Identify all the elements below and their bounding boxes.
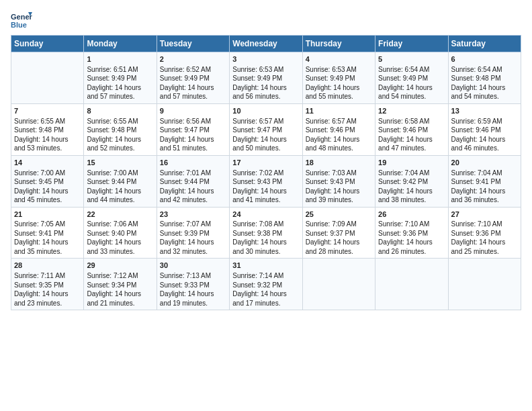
header-cell-monday: Monday — [84, 36, 157, 52]
day-info-line: Sunset: 9:33 PM — [160, 281, 226, 290]
day-info-line: Sunset: 9:48 PM — [451, 74, 518, 83]
day-info-line: Daylight: 14 hours — [87, 187, 153, 196]
day-info-line: and 42 minutes. — [160, 195, 226, 205]
day-info-line: Daylight: 14 hours — [451, 187, 518, 196]
day-number: 8 — [87, 106, 153, 116]
header-cell-tuesday: Tuesday — [157, 36, 229, 52]
day-number: 30 — [160, 261, 226, 271]
calendar-cell: 14Sunrise: 7:00 AMSunset: 9:45 PMDayligh… — [11, 155, 84, 207]
day-info-line: and 54 minutes. — [378, 92, 445, 101]
calendar-cell: 5Sunrise: 6:54 AMSunset: 9:49 PMDaylight… — [375, 52, 448, 104]
day-info-line: and 55 minutes. — [306, 92, 372, 101]
header-cell-friday: Friday — [375, 36, 448, 52]
calendar-cell: 22Sunrise: 7:06 AMSunset: 9:40 PMDayligh… — [84, 207, 157, 259]
header: General Blue — [11, 8, 521, 32]
calendar-cell — [448, 259, 521, 310]
day-info-line: and 17 minutes. — [232, 299, 299, 308]
calendar-cell: 9Sunrise: 6:56 AMSunset: 9:47 PMDaylight… — [157, 103, 229, 155]
day-info-line: Sunrise: 7:09 AM — [306, 220, 372, 229]
day-info-line: Sunset: 9:46 PM — [378, 126, 445, 135]
day-info-line: and 23 minutes. — [14, 299, 81, 308]
calendar-cell: 30Sunrise: 7:13 AMSunset: 9:33 PMDayligh… — [157, 259, 229, 310]
day-info-line: Daylight: 14 hours — [378, 135, 445, 144]
calendar-cell — [302, 259, 375, 310]
day-info-line: and 39 minutes. — [306, 195, 372, 205]
day-number: 4 — [306, 54, 372, 64]
day-info-line: and 19 minutes. — [160, 299, 226, 308]
day-info-line: Daylight: 14 hours — [14, 238, 81, 247]
day-number: 23 — [160, 210, 226, 220]
day-number: 5 — [378, 54, 445, 64]
page-container: General Blue SundayMondayTuesdayWednesda… — [0, 0, 532, 316]
day-info-line: Daylight: 14 hours — [306, 135, 372, 144]
calendar-cell: 18Sunrise: 7:03 AMSunset: 9:43 PMDayligh… — [302, 155, 375, 207]
day-info-line: Sunset: 9:40 PM — [87, 229, 153, 238]
day-info-line: and 44 minutes. — [87, 195, 153, 205]
day-info-line: Sunrise: 6:51 AM — [87, 65, 153, 75]
calendar-cell: 4Sunrise: 6:53 AMSunset: 9:49 PMDaylight… — [302, 52, 375, 104]
calendar-cell — [375, 259, 448, 310]
day-info-line: Sunset: 9:36 PM — [451, 229, 518, 238]
day-info-line: Sunrise: 6:56 AM — [160, 117, 226, 126]
day-info-line: Sunrise: 7:05 AM — [14, 220, 81, 229]
day-number: 21 — [14, 210, 81, 220]
day-info-line: Sunset: 9:41 PM — [451, 177, 518, 187]
day-info-line: Sunset: 9:49 PM — [306, 74, 372, 83]
day-info-line: and 26 minutes. — [378, 247, 445, 257]
calendar-cell: 3Sunrise: 6:53 AMSunset: 9:49 PMDaylight… — [230, 52, 302, 104]
day-info-line: Sunrise: 7:10 AM — [378, 220, 445, 229]
calendar-cell: 13Sunrise: 6:59 AMSunset: 9:46 PMDayligh… — [448, 103, 521, 155]
day-info-line: Daylight: 14 hours — [160, 187, 226, 196]
day-info-line: Daylight: 14 hours — [378, 83, 445, 93]
day-info-line: Sunrise: 7:00 AM — [14, 169, 81, 178]
day-info-line: Sunset: 9:41 PM — [14, 229, 81, 238]
day-number: 3 — [232, 54, 299, 64]
day-info-line: Sunrise: 6:54 AM — [451, 65, 518, 75]
calendar-cell: 8Sunrise: 6:55 AMSunset: 9:48 PMDaylight… — [84, 103, 157, 155]
day-info-line: Sunrise: 7:10 AM — [451, 220, 518, 229]
day-info-line: Sunset: 9:34 PM — [87, 281, 153, 290]
header-cell-wednesday: Wednesday — [230, 36, 302, 52]
day-info-line: Sunrise: 7:04 AM — [378, 169, 445, 178]
day-number: 27 — [451, 210, 518, 220]
calendar-row: 28Sunrise: 7:11 AMSunset: 9:35 PMDayligh… — [11, 259, 521, 310]
day-info-line: Sunrise: 7:03 AM — [306, 169, 372, 178]
day-info-line: Daylight: 14 hours — [160, 289, 226, 299]
day-info-line: Sunset: 9:43 PM — [306, 177, 372, 187]
calendar-cell: 17Sunrise: 7:02 AMSunset: 9:43 PMDayligh… — [230, 155, 302, 207]
calendar-cell: 10Sunrise: 6:57 AMSunset: 9:47 PMDayligh… — [230, 103, 302, 155]
day-info-line: Daylight: 14 hours — [14, 187, 81, 196]
day-info-line: and 45 minutes. — [14, 195, 81, 205]
day-info-line: and 48 minutes. — [306, 144, 372, 153]
day-info-line: Sunrise: 6:55 AM — [14, 117, 81, 126]
day-info-line: Sunrise: 7:13 AM — [160, 271, 226, 281]
day-number: 19 — [378, 158, 445, 168]
day-info-line: Sunset: 9:44 PM — [160, 177, 226, 187]
day-info-line: Daylight: 14 hours — [232, 238, 299, 247]
day-number: 20 — [451, 158, 518, 168]
day-info-line: Sunset: 9:37 PM — [306, 229, 372, 238]
day-info-line: Sunrise: 7:02 AM — [232, 169, 299, 178]
day-info-line: Sunset: 9:36 PM — [378, 229, 445, 238]
day-info-line: and 36 minutes. — [451, 195, 518, 205]
day-number: 14 — [14, 158, 81, 168]
day-number: 18 — [306, 158, 372, 168]
calendar-row: 1Sunrise: 6:51 AMSunset: 9:49 PMDaylight… — [11, 52, 521, 104]
day-number: 13 — [451, 106, 518, 116]
day-info-line: Sunset: 9:38 PM — [232, 229, 299, 238]
calendar-cell: 2Sunrise: 6:52 AMSunset: 9:49 PMDaylight… — [157, 52, 229, 104]
calendar-cell: 11Sunrise: 6:57 AMSunset: 9:46 PMDayligh… — [302, 103, 375, 155]
day-info-line: Sunset: 9:49 PM — [378, 74, 445, 83]
svg-text:General: General — [11, 13, 32, 21]
calendar-row: 7Sunrise: 6:55 AMSunset: 9:48 PMDaylight… — [11, 103, 521, 155]
day-info-line: and 46 minutes. — [451, 144, 518, 153]
day-info-line: and 33 minutes. — [87, 247, 153, 257]
calendar-cell: 29Sunrise: 7:12 AMSunset: 9:34 PMDayligh… — [84, 259, 157, 310]
logo: General Blue — [11, 11, 35, 32]
day-number: 28 — [14, 261, 81, 271]
day-info-line: Daylight: 14 hours — [451, 238, 518, 247]
day-info-line: Sunrise: 7:06 AM — [87, 220, 153, 229]
day-info-line: Daylight: 14 hours — [306, 238, 372, 247]
day-info-line: and 57 minutes. — [87, 92, 153, 101]
day-number: 24 — [232, 210, 299, 220]
